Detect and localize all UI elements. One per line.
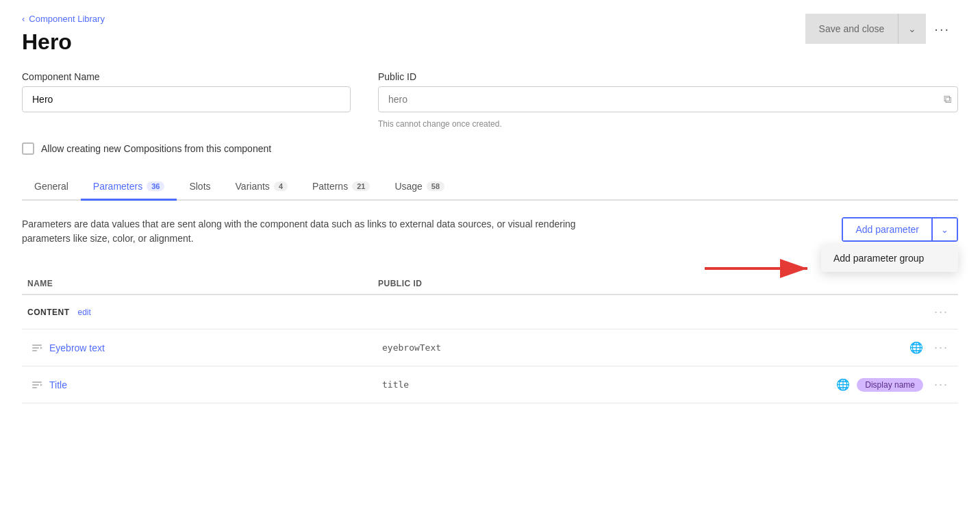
row-more-button-eyebrow[interactable]: ··· — [930, 339, 953, 356]
add-parameter-chevron-button[interactable]: ⌄ — [931, 218, 957, 240]
tab-slots[interactable]: Slots — [177, 174, 223, 201]
section-edit-content[interactable]: edit — [78, 308, 91, 317]
allow-compositions-checkbox[interactable] — [22, 142, 34, 155]
add-parameter-group: Add parameter ⌄ — [842, 217, 958, 242]
save-close-button[interactable]: Save and close — [805, 14, 899, 44]
display-name-badge: Display name — [857, 378, 923, 392]
form-row: Component Name Public ID ⧉ This cannot c… — [22, 71, 958, 129]
row-more-button-title[interactable]: ··· — [930, 376, 953, 393]
tab-parameters[interactable]: Parameters 36 — [81, 174, 177, 201]
chevron-down-icon: ⌄ — [941, 225, 948, 235]
row-actions-title: 🌐 Display name ··· — [836, 376, 953, 393]
parameters-description: Parameters are data values that are sent… — [22, 217, 583, 246]
public-id-input[interactable] — [378, 86, 958, 112]
add-parameter-dropdown: Add parameter group — [821, 245, 958, 272]
copy-icon[interactable]: ⧉ — [944, 93, 951, 105]
col-header-name: NAME — [22, 279, 378, 288]
col-header-pubid: PUBLIC ID — [378, 279, 903, 288]
component-name-input[interactable] — [22, 86, 351, 112]
tab-patterns[interactable]: Patterns 21 — [300, 174, 382, 201]
row-pubid-title: title — [382, 379, 836, 390]
add-parameter-button[interactable]: Add parameter — [843, 218, 931, 240]
allow-compositions-row: Allow creating new Compositions from thi… — [22, 142, 958, 155]
text-type-icon — [31, 342, 43, 354]
globe-icon-title: 🌐 — [836, 378, 850, 391]
type-icon-eyebrow — [27, 342, 47, 354]
chevron-down-icon: ⌄ — [908, 23, 916, 34]
add-parameter-group-item[interactable]: Add parameter group — [821, 245, 958, 272]
table-header: NAME PUBLIC ID — [22, 273, 958, 295]
table-row: Eyebrow text eyebrowText 🌐 ··· — [22, 329, 958, 366]
component-name-group: Component Name — [22, 71, 351, 129]
row-name-title[interactable]: Title — [47, 379, 382, 390]
usage-badge: 58 — [427, 181, 444, 191]
public-id-label: Public ID — [378, 71, 958, 82]
breadcrumb-label: Component Library — [29, 14, 105, 24]
variants-badge: 4 — [274, 181, 288, 191]
public-id-wrapper: ⧉ — [378, 86, 958, 112]
type-icon-title — [27, 379, 47, 391]
public-id-group: Public ID ⧉ This cannot change once crea… — [378, 71, 958, 129]
tab-variants[interactable]: Variants 4 — [223, 174, 300, 201]
save-close-chevron-button[interactable]: ⌄ — [899, 14, 926, 44]
tab-general[interactable]: General — [22, 174, 81, 201]
public-id-hint: This cannot change once created. — [378, 119, 958, 129]
breadcrumb-link[interactable]: ‹ Component Library — [22, 14, 105, 24]
allow-compositions-label: Allow creating new Compositions from thi… — [41, 143, 271, 154]
row-pubid-eyebrow: eyebrowText — [382, 342, 909, 353]
tab-usage[interactable]: Usage 58 — [382, 174, 457, 201]
section-content-actions: ··· — [930, 303, 953, 321]
row-name-eyebrow[interactable]: Eyebrow text — [47, 342, 382, 353]
component-name-label: Component Name — [22, 71, 351, 82]
patterns-badge: 21 — [352, 181, 370, 191]
params-header: Add parameter ⌄ Add parameter group — [842, 217, 958, 242]
parameters-badge: 36 — [147, 181, 164, 191]
section-label-content: CONTENT — [27, 308, 70, 317]
table-row: Title title 🌐 Display name ··· — [22, 366, 958, 403]
row-actions-eyebrow: 🌐 ··· — [909, 339, 953, 356]
section-content: CONTENT edit ··· — [22, 295, 958, 329]
chevron-left-icon: ‹ — [22, 14, 25, 24]
more-options-button[interactable]: ··· — [926, 14, 958, 44]
page-title: Hero — [22, 29, 105, 55]
section-more-button[interactable]: ··· — [930, 303, 953, 321]
text-type-icon — [31, 379, 43, 391]
svg-marker-1 — [40, 347, 42, 349]
tab-bar: General Parameters 36 Slots Variants 4 P… — [22, 174, 958, 201]
header-actions: Save and close ⌄ ··· — [805, 14, 958, 44]
globe-icon-eyebrow: 🌐 — [909, 341, 923, 354]
svg-marker-2 — [40, 384, 42, 386]
